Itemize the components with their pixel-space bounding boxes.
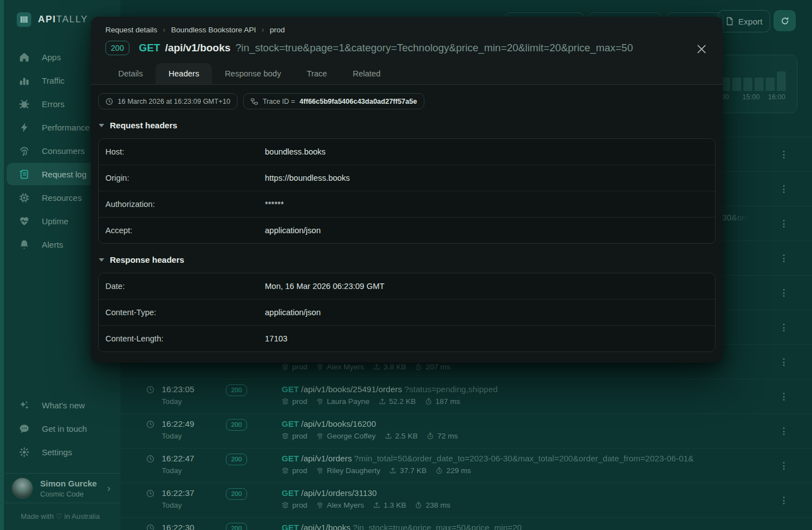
request-path: /api/v1/books xyxy=(165,42,230,54)
header-value: application/json xyxy=(265,226,321,235)
bell-icon xyxy=(19,239,30,250)
log-meta: prodLaura Payne52.2 KB187 ms xyxy=(282,397,460,406)
breadcrumb-item[interactable]: Request details xyxy=(105,26,157,34)
log-time: 16:22:47 xyxy=(162,454,194,463)
refresh-button[interactable] xyxy=(774,10,796,31)
sidebar-item-label: Errors xyxy=(42,99,65,109)
sidebar-item-settings[interactable]: Settings xyxy=(7,441,114,463)
log-endpoint: GET /api/v1/books/25491/orders ?status=p… xyxy=(282,384,768,394)
row-menu-button[interactable] xyxy=(779,322,789,333)
breadcrumb-item[interactable]: Boundless Bookstore API xyxy=(171,26,256,34)
env-name: prod xyxy=(292,363,307,371)
row-menu-button[interactable] xyxy=(779,184,789,194)
requests-chart-card: 00 15:00 16:00 xyxy=(716,55,798,113)
clock-icon xyxy=(146,524,154,530)
log-time: 16:22:49 xyxy=(162,419,194,428)
row-menu-button[interactable] xyxy=(779,219,789,229)
row-menu-button[interactable] xyxy=(779,426,789,436)
upload-icon xyxy=(389,467,397,474)
upload-icon xyxy=(373,502,380,509)
header-key: Date: xyxy=(99,282,265,291)
user-card[interactable]: Simon Gurcke Cosmic Code › xyxy=(0,474,120,503)
response-size: 37.7 KB xyxy=(400,466,427,475)
close-button[interactable] xyxy=(694,41,709,57)
log-row[interactable]: 16:22:30Today200GET /api/v1/books ?in_st… xyxy=(120,517,812,530)
consumer-name: George Coffey xyxy=(327,432,376,440)
caret-down-icon xyxy=(99,258,104,262)
response-size: 3.8 KB xyxy=(384,363,407,371)
row-menu-button[interactable] xyxy=(779,357,789,367)
header-key: Host: xyxy=(99,147,265,156)
log-meta: prodRiley Daugherty37.7 KB229 ms xyxy=(282,466,471,475)
tab-related[interactable]: Related xyxy=(340,63,393,84)
made-with-note: Made with ♡ in Australia xyxy=(0,512,120,521)
request-headers-section-toggle[interactable]: Request headers xyxy=(99,121,716,130)
log-date: Today xyxy=(162,432,182,440)
row-menu-button[interactable] xyxy=(779,461,789,471)
row-menu-button[interactable] xyxy=(779,253,789,263)
request-headers-table: Host:boundless.booksOrigin:https://bound… xyxy=(98,138,716,244)
log-row[interactable]: 16:22:37Today200GET /api/v1/orders/31130… xyxy=(120,483,812,518)
sidebar-item-label: Consumers xyxy=(42,146,85,156)
tab-details[interactable]: Details xyxy=(105,63,156,84)
tab-headers[interactable]: Headers xyxy=(156,63,212,84)
log-row[interactable]: 16:22:49Today200GET /api/v1/books/16200 … xyxy=(120,413,812,449)
user-org: Cosmic Code xyxy=(40,490,97,498)
log-row[interactable]: 16:23:05Today200GET /api/v1/books/25491/… xyxy=(120,379,812,414)
timestamp-chip: 16 March 2026 at 16:23:09 GMT+10 xyxy=(98,93,238,109)
header-row: Origin:https://boundless.books xyxy=(99,165,715,191)
sidebar-item-label: What's new xyxy=(42,401,85,410)
header-key: Content-Length: xyxy=(99,334,265,343)
env-name: prod xyxy=(292,397,307,406)
apitally-logo[interactable]: APITALLY xyxy=(17,12,88,27)
tab-response-body[interactable]: Response body xyxy=(212,63,294,84)
consumer-name: Alex Myers xyxy=(327,363,364,371)
env-name: prod xyxy=(292,501,307,509)
log-endpoint: GET /api/v1/books ?in_stock=true&price_m… xyxy=(282,523,768,530)
modal-header: Request details › Boundless Bookstore AP… xyxy=(91,17,723,84)
env-layers-icon xyxy=(282,398,289,405)
trace-id-chip: Trace ID = 4ff66c5b9fa5406c43da0ad27ff57… xyxy=(243,93,424,109)
fingerprint-icon xyxy=(19,146,30,156)
clock-icon xyxy=(146,524,154,530)
log-row[interactable]: 16:22:47Today200GET /api/v1/orders ?min_… xyxy=(120,448,812,483)
header-row: Accept:application/json xyxy=(99,217,715,243)
response-time: 207 ms xyxy=(426,363,450,371)
row-menu-button[interactable] xyxy=(779,392,789,402)
log-time: 16:23:05 xyxy=(162,384,194,394)
avatar xyxy=(12,478,33,499)
fingerprint-icon xyxy=(316,432,323,440)
status-badge: 200 xyxy=(226,419,247,431)
tab-trace[interactable]: Trace xyxy=(294,63,340,84)
breadcrumb-item[interactable]: prod xyxy=(270,26,285,34)
sidebar-item-label: Settings xyxy=(42,447,72,457)
export-button[interactable]: Export xyxy=(718,10,770,32)
env-layers-icon xyxy=(282,432,289,440)
row-menu-button[interactable] xyxy=(779,150,789,160)
modal-tabs: DetailsHeadersResponse bodyTraceRelated xyxy=(105,63,708,84)
breadcrumb-separator-icon: › xyxy=(163,25,166,34)
breadcrumb-separator-icon: › xyxy=(262,25,264,34)
header-row: Date:Mon, 16 Mar 2026 06:23:09 GMT xyxy=(99,273,715,299)
chat-icon xyxy=(19,423,30,434)
x-axis-tick: 15:00 xyxy=(742,93,760,101)
csv-file-icon xyxy=(726,17,734,26)
response-size: 1.3 KB xyxy=(384,501,407,509)
home-icon xyxy=(19,52,30,62)
row-menu-button[interactable] xyxy=(779,495,789,505)
row-menu-button[interactable] xyxy=(779,288,789,298)
response-headers-section-toggle[interactable]: Response headers xyxy=(99,255,716,264)
chart-bar xyxy=(766,78,775,91)
sidebar-item-whats-new[interactable]: What's new xyxy=(7,394,114,416)
user-meta: Simon Gurcke Cosmic Code xyxy=(40,479,97,498)
response-headers-table: Date:Mon, 16 Mar 2026 06:23:09 GMTConten… xyxy=(98,273,716,352)
bolt-icon xyxy=(19,122,30,133)
sidebar-item-get-in-touch[interactable]: Get in touch xyxy=(7,417,114,440)
meta-chips: 16 March 2026 at 16:23:09 GMT+10 Trace I… xyxy=(98,93,716,109)
clock-icon xyxy=(146,455,154,463)
status-badge: 200 xyxy=(226,488,247,500)
request-query: ?in_stock=true&page=1&category=Technolog… xyxy=(235,42,633,54)
log-meta: prodAlex Myers3.8 KB207 ms xyxy=(282,363,451,371)
refresh-icon xyxy=(780,16,790,26)
upload-icon xyxy=(373,363,380,370)
